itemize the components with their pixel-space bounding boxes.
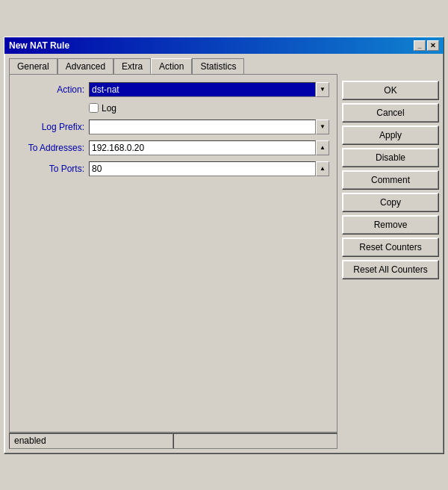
tab-advanced[interactable]: Advanced xyxy=(57,58,113,74)
to-ports-input-group: ▲ xyxy=(89,161,329,176)
main-window: New NAT Rule _ ✕ General Advanced Extra … xyxy=(4,37,444,454)
action-input-group: ▼ xyxy=(89,82,329,97)
apply-button[interactable]: Apply xyxy=(342,125,439,145)
cancel-button[interactable]: Cancel xyxy=(342,103,439,122)
copy-button[interactable]: Copy xyxy=(342,193,439,212)
dropdown-arrow: ▼ xyxy=(320,86,326,93)
log-prefix-row: Log Prefix: ▼ xyxy=(17,120,329,134)
disable-button[interactable]: Disable xyxy=(342,148,439,167)
log-prefix-label: Log Prefix: xyxy=(17,122,84,132)
left-panel: General Advanced Extra Action Statistics… xyxy=(9,58,337,449)
tab-statistics[interactable]: Statistics xyxy=(192,58,244,74)
window-body: General Advanced Extra Action Statistics… xyxy=(4,54,444,453)
close-button[interactable]: ✕ xyxy=(427,40,439,51)
log-label: Log xyxy=(102,103,116,114)
to-addresses-scroll-arrow: ▲ xyxy=(320,144,326,151)
tab-action[interactable]: Action xyxy=(151,58,192,74)
title-bar-buttons: _ ✕ xyxy=(414,40,439,51)
tab-bar: General Advanced Extra Action Statistics xyxy=(9,58,337,74)
to-ports-scroll-arrow: ▲ xyxy=(320,165,326,172)
title-bar: New NAT Rule _ ✕ xyxy=(4,37,444,54)
right-panel: OK Cancel Apply Disable Comment Copy Rem… xyxy=(342,58,439,449)
log-prefix-input-group: ▼ xyxy=(89,120,329,134)
to-addresses-input[interactable] xyxy=(89,140,316,155)
reset-all-counters-button[interactable]: Reset All Counters xyxy=(342,260,439,279)
log-row: Log xyxy=(89,103,329,114)
log-prefix-input[interactable] xyxy=(89,120,316,134)
log-prefix-dropdown-arrow: ▼ xyxy=(320,123,326,130)
log-prefix-dropdown-icon[interactable]: ▼ xyxy=(316,120,329,134)
to-ports-input[interactable] xyxy=(89,161,316,176)
to-addresses-scroll-icon[interactable]: ▲ xyxy=(316,140,329,155)
window-title: New NAT Rule xyxy=(9,40,69,51)
tab-extra[interactable]: Extra xyxy=(113,58,151,74)
action-row: Action: ▼ xyxy=(17,82,329,97)
log-checkbox[interactable] xyxy=(89,103,99,113)
comment-button[interactable]: Comment xyxy=(342,170,439,190)
to-addresses-input-group: ▲ xyxy=(89,140,329,155)
to-addresses-row: To Addresses: ▲ xyxy=(17,140,329,155)
to-addresses-label: To Addresses: xyxy=(17,143,84,153)
tab-general[interactable]: General xyxy=(9,58,57,74)
status-bar: enabled xyxy=(9,432,337,449)
reset-counters-button[interactable]: Reset Counters xyxy=(342,238,439,257)
status-empty xyxy=(173,433,337,449)
to-ports-row: To Ports: ▲ xyxy=(17,161,329,176)
action-label: Action: xyxy=(17,84,84,95)
action-dropdown-icon[interactable]: ▼ xyxy=(316,82,329,97)
to-ports-label: To Ports: xyxy=(17,164,84,174)
remove-button[interactable]: Remove xyxy=(342,215,439,235)
action-input[interactable] xyxy=(89,82,316,97)
status-text: enabled xyxy=(9,433,173,449)
minimize-button[interactable]: _ xyxy=(414,40,426,51)
ok-button[interactable]: OK xyxy=(342,81,439,100)
to-ports-scroll-icon[interactable]: ▲ xyxy=(316,161,329,176)
tab-content: Action: ▼ Log Log Prefix: xyxy=(9,74,337,432)
